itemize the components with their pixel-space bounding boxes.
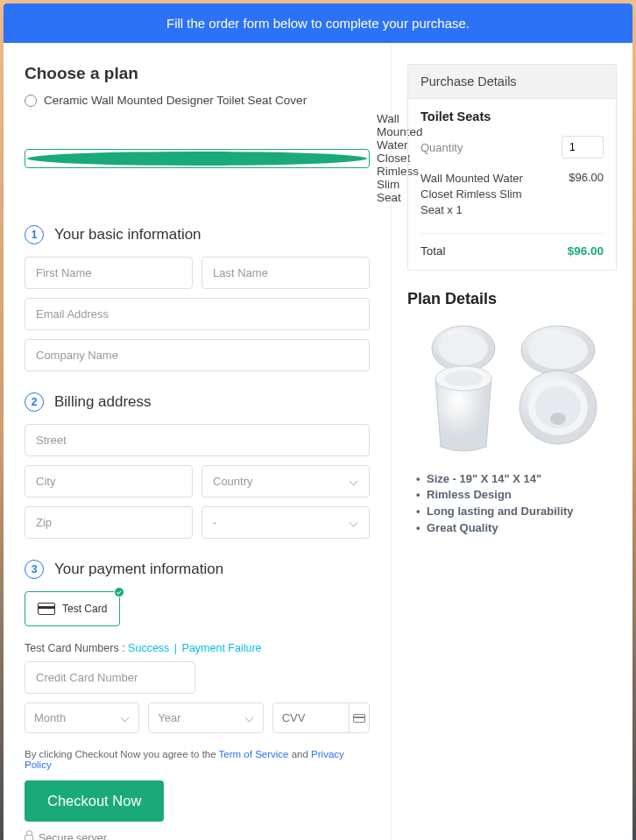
agree-text: By clicking Checkout Now you agree to th…	[25, 749, 370, 770]
quantity-row: Quantity	[420, 136, 604, 159]
svg-point-3	[444, 371, 483, 386]
quantity-input[interactable]	[562, 136, 604, 159]
category-title: Toilet Seats	[420, 109, 604, 124]
summary-column: Purchase Details Toilet Seats Quantity W…	[392, 43, 632, 840]
chevron-down-icon	[350, 519, 358, 527]
check-icon	[114, 587, 124, 597]
banner: Fill the order form below to complete yo…	[4, 4, 632, 43]
section-billing: 2 Billing address	[25, 392, 370, 412]
bullet-item: Size - 19" X 14" X 14"	[427, 471, 617, 488]
section-payment: 3 Your payment information	[25, 560, 370, 579]
bullet-item: Rimless Design	[427, 487, 617, 504]
toilet-top-illustration	[514, 324, 602, 455]
quantity-label: Quantity	[420, 141, 463, 154]
state-select[interactable]: -	[201, 506, 370, 539]
cvv-input[interactable]	[273, 703, 350, 732]
plan-details-heading: Plan Details	[407, 290, 617, 308]
city-input[interactable]	[25, 465, 193, 498]
checkout-button[interactable]: Checkout Now	[25, 780, 164, 822]
line-item: Wall Mounted Water Closet Rimless Slim S…	[420, 171, 604, 234]
plan-option-label: Ceramic Wall Mounted Designer Toilet Sea…	[44, 94, 307, 107]
country-placeholder: Country	[213, 475, 253, 488]
cvv-icon-box	[349, 703, 369, 732]
test-card-numbers: Test Card Numbers : Success | Payment Fa…	[25, 642, 370, 654]
svg-point-1	[439, 332, 488, 365]
line-item-name: Wall Mounted Water Closet Rimless Slim S…	[420, 171, 543, 219]
content: Choose a plan Ceramic Wall Mounted Desig…	[4, 43, 632, 840]
total-label: Total	[420, 244, 446, 258]
state-placeholder: -	[213, 516, 216, 529]
tos-link[interactable]: Term of Service	[219, 749, 289, 759]
step-number: 2	[25, 392, 44, 412]
total-row: Total $96.00	[420, 234, 604, 258]
total-value: $96.00	[568, 244, 604, 258]
radio-icon	[25, 95, 37, 107]
section-title: Billing address	[54, 393, 152, 411]
first-name-input[interactable]	[25, 257, 193, 289]
line-item-price: $96.00	[569, 171, 604, 219]
plan-option-wall-mounted[interactable]: Wall Mounted Water Closet Rimless Slim S…	[25, 112, 370, 204]
svg-point-5	[528, 332, 588, 369]
test-card-option[interactable]: Test Card	[25, 591, 120, 626]
choose-plan-heading: Choose a plan	[25, 64, 370, 83]
cvv-field	[272, 702, 370, 733]
product-image	[407, 324, 617, 455]
company-input[interactable]	[25, 339, 370, 371]
cc-month-select[interactable]: Month	[25, 702, 139, 733]
lock-icon	[25, 835, 33, 841]
step-number: 1	[25, 225, 44, 244]
section-basic-info: 1 Your basic information	[25, 225, 370, 244]
zip-input[interactable]	[25, 506, 193, 539]
tcn-success-link[interactable]: Success	[128, 642, 169, 654]
checkout-page: Fill the order form below to complete yo…	[4, 4, 632, 840]
secure-server: Secure server	[25, 832, 370, 840]
credit-card-icon	[353, 714, 365, 723]
country-select[interactable]: Country	[201, 465, 370, 498]
chevron-down-icon	[245, 714, 254, 723]
purchase-details-body: Toilet Seats Quantity Wall Mounted Water…	[408, 99, 616, 270]
svg-point-9	[550, 413, 566, 425]
last-name-input[interactable]	[201, 257, 370, 289]
section-title: Your payment information	[54, 561, 223, 578]
bullet-item: Long lasting and Durability	[427, 504, 617, 520]
plan-option-ceramic[interactable]: Ceramic Wall Mounted Designer Toilet Sea…	[25, 94, 370, 107]
test-card-label: Test Card	[62, 603, 107, 615]
cc-number-input[interactable]	[25, 661, 195, 694]
step-number: 3	[25, 560, 44, 579]
credit-card-icon	[38, 603, 55, 615]
email-input[interactable]	[25, 298, 370, 330]
chevron-down-icon	[350, 477, 358, 486]
section-title: Your basic information	[54, 226, 201, 244]
chevron-down-icon	[121, 714, 130, 723]
toilet-illustration	[422, 324, 505, 455]
tcn-failure-link[interactable]: Payment Failure	[182, 642, 262, 654]
cc-year-select[interactable]: Year	[148, 702, 263, 733]
street-input[interactable]	[25, 424, 370, 456]
bullet-item: Great Quality	[427, 520, 617, 537]
plan-bullets: Size - 19" X 14" X 14" Rimless Design Lo…	[407, 471, 617, 537]
purchase-details-heading: Purchase Details	[408, 65, 616, 99]
purchase-details-box: Purchase Details Toilet Seats Quantity W…	[407, 64, 617, 271]
form-column: Choose a plan Ceramic Wall Mounted Desig…	[4, 43, 392, 840]
radio-selected-icon	[25, 149, 370, 168]
